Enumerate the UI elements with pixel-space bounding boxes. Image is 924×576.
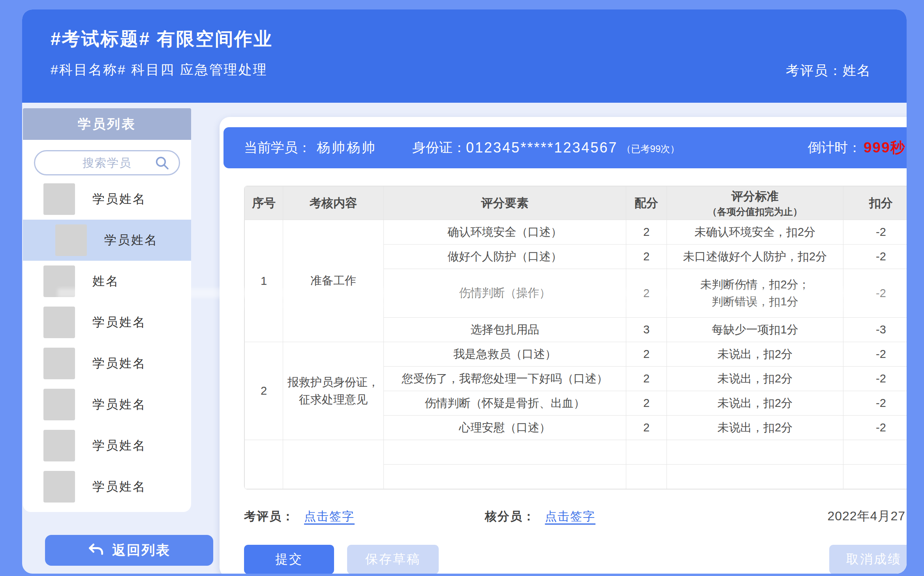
score-cell: 2 [626, 342, 667, 367]
factor-cell: 伤情判断（操作） [384, 269, 626, 318]
standard-cell: 未说出，扣2分 [667, 416, 843, 440]
standard-cell: 未说出，扣2分 [667, 367, 843, 391]
col-header-score: 配分 [626, 186, 667, 220]
score-cell: 2 [626, 367, 667, 391]
col-header-standard-line1: 评分标准 [731, 190, 779, 203]
deduct-cell: -2 [843, 416, 907, 440]
score-panel: 当前学员： 杨帅杨帅 身份证： 012345*****1234567 （已考99… [220, 117, 907, 574]
section-no-cell [245, 440, 283, 489]
student-list-item-selected[interactable]: 学员姓名 [23, 220, 191, 261]
table-empty-row [245, 440, 907, 465]
section-content-cell [283, 440, 384, 489]
scorer-label: 核分员： [485, 508, 535, 525]
deduct-cell: -2 [843, 220, 907, 245]
factor-cell: 您受伤了，我帮您处理一下好吗（口述） [384, 367, 626, 391]
score-cell: 2 [626, 269, 667, 318]
deduct-cell: -2 [843, 367, 907, 391]
factor-cell [384, 465, 626, 489]
standard-cell: 未确认环境安全，扣2分 [667, 220, 843, 245]
col-header-no: 序号 [245, 186, 283, 220]
student-avatar [43, 389, 75, 420]
deduct-cell: -2 [843, 391, 907, 416]
col-header-standard: 评分标准（各项分值扣完为止） [667, 186, 843, 220]
student-list-item[interactable]: 学员姓名 [23, 384, 191, 425]
score-cell [626, 440, 667, 465]
exam-title: #考试标题# 有限空间作业 [51, 27, 273, 51]
student-name: 学员姓名 [92, 355, 146, 372]
score-cell: 2 [626, 245, 667, 269]
student-list-item[interactable]: 学员姓名 [23, 179, 191, 220]
factor-cell: 确认环境安全（口述） [384, 220, 626, 245]
back-arrow-icon [88, 542, 105, 559]
screen: #考试标题# 有限空间作业 #科目名称# 科目四 应急管理处理 考评员：姓名 学… [0, 0, 924, 576]
student-avatar [43, 348, 75, 379]
id-card-label: 身份证： [412, 139, 466, 157]
scorer-sign-link[interactable]: 点击签字 [545, 508, 595, 525]
student-list-item[interactable]: 姓名 [23, 261, 191, 302]
subject-name: #科目名称# 科目四 应急管理处理 [51, 61, 268, 79]
deduct-cell: -3 [843, 318, 907, 342]
student-list-item[interactable]: 学员姓名 [23, 466, 191, 507]
id-card-value: 012345*****1234567 [466, 139, 618, 156]
deduct-cell: -2 [843, 342, 907, 367]
factor-cell: 伤情判断（怀疑是骨折、出血） [384, 391, 626, 416]
back-to-list-label: 返回列表 [112, 541, 171, 559]
student-search [34, 150, 180, 175]
student-name: 学员姓名 [92, 314, 146, 331]
factor-cell [384, 440, 626, 465]
section-content-cell: 准备工作 [283, 220, 384, 342]
examiner-label: 考评员： [786, 63, 843, 78]
section-no-cell: 1 [245, 220, 283, 342]
examiner-sign-link[interactable]: 点击签字 [304, 508, 355, 525]
back-to-list-button[interactable]: 返回列表 [45, 535, 213, 566]
table-row: 1 准备工作 确认环境安全（口述） 2 未确认环境安全，扣2分 -2 [245, 220, 907, 245]
standard-cell: 未判断伤情，扣2分； 判断错误，扣1分 [667, 269, 843, 318]
standard-cell [667, 440, 843, 465]
col-header-deduct: 扣分 [843, 186, 907, 220]
cancel-score-button[interactable]: 取消成绩 [829, 545, 907, 574]
student-name: 学员姓名 [92, 396, 146, 413]
col-header-factor: 评分要素 [384, 186, 626, 220]
student-name: 学员姓名 [104, 232, 158, 248]
submit-button[interactable]: 提交 [244, 545, 334, 574]
score-cell: 2 [626, 416, 667, 440]
standard-cell: 未说出，扣2分 [667, 342, 843, 367]
student-list-item[interactable]: 学员姓名 [23, 302, 191, 343]
countdown: 倒计时：999秒 [808, 138, 906, 158]
col-header-content: 考核内容 [283, 186, 384, 220]
factor-cell: 心理安慰（口述） [384, 416, 626, 440]
student-list: 学员姓名 学员姓名 姓名 学员姓名 学员姓名 [23, 140, 191, 512]
score-cell [626, 465, 667, 489]
standard-cell [667, 465, 843, 489]
deduct-cell: -2 [843, 269, 907, 318]
student-list-item[interactable]: 学员姓名 [23, 343, 191, 384]
examiner-info: 考评员：姓名 [786, 62, 871, 80]
current-student-name: 杨帅杨帅 [317, 139, 377, 157]
score-cell: 3 [626, 318, 667, 342]
attempt-count: （已考99次） [622, 143, 680, 155]
standard-cell: 未口述做好个人防护，扣2分 [667, 245, 843, 269]
score-cell: 2 [626, 220, 667, 245]
countdown-label: 倒计时： [808, 139, 861, 157]
action-buttons: 提交 保存草稿 取消成绩 [244, 545, 907, 574]
student-avatar [43, 183, 75, 215]
score-cell: 2 [626, 391, 667, 416]
factor-cell: 选择包扎用品 [384, 318, 626, 342]
student-name: 姓名 [92, 273, 119, 290]
save-draft-button[interactable]: 保存草稿 [347, 545, 439, 574]
app-header: #考试标题# 有限空间作业 #科目名称# 科目四 应急管理处理 考评员：姓名 [22, 9, 907, 103]
footer-examiner-label: 考评员： [244, 508, 295, 525]
student-avatar [43, 471, 75, 503]
col-header-standard-line2: （各项分值扣完为止） [670, 205, 840, 218]
student-list-item[interactable]: 学员姓名 [23, 425, 191, 466]
student-name: 学员姓名 [92, 191, 146, 207]
section-no-cell: 2 [245, 342, 283, 440]
exam-date: 2022年4月27日 [827, 508, 907, 525]
student-avatar [55, 224, 87, 256]
student-name: 学员姓名 [92, 478, 146, 495]
standard-cell: 未说出，扣2分 [667, 391, 843, 416]
search-icon[interactable] [154, 155, 170, 171]
deduct-cell [843, 440, 907, 465]
student-sidebar: 学员列表 学员姓名 学员姓名 姓名 [23, 108, 191, 512]
signature-row: 考评员： 点击签字 核分员： 点击签字 2022年4月27日 [244, 508, 907, 525]
